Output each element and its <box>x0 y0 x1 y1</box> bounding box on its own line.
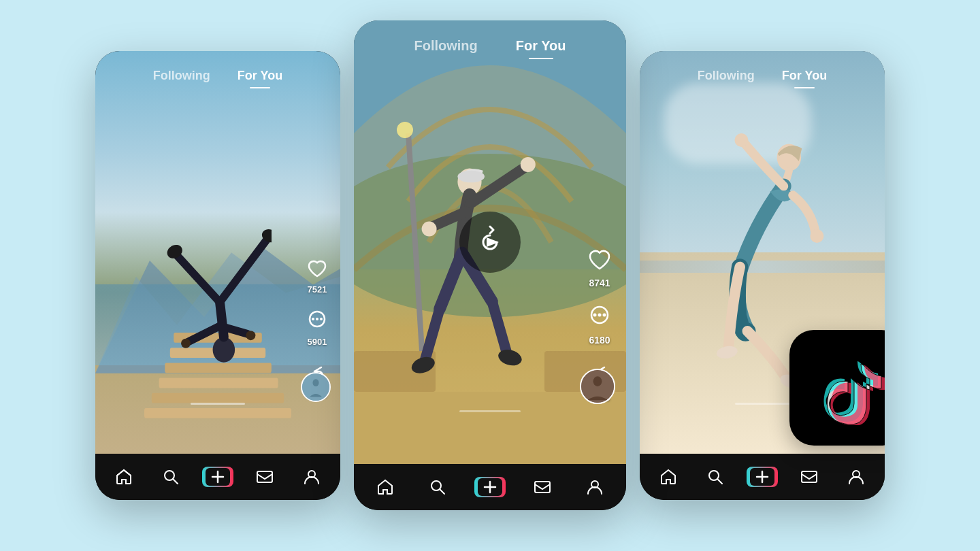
scroll-indicator-left <box>191 403 245 405</box>
bottom-nav-left <box>95 454 340 500</box>
nav-profile-right[interactable] <box>832 468 879 486</box>
svg-point-13 <box>246 331 255 340</box>
svg-line-47 <box>492 302 507 354</box>
svg-line-10 <box>189 326 220 341</box>
nav-inbox-left[interactable] <box>241 468 288 486</box>
tiktok-logo <box>789 330 885 446</box>
svg-point-64 <box>734 133 748 147</box>
svg-point-38 <box>457 171 485 183</box>
svg-rect-60 <box>535 482 550 492</box>
svg-point-51 <box>593 314 597 317</box>
svg-point-65 <box>810 229 823 243</box>
comment-count-left: 5901 <box>308 337 327 347</box>
like-count-left: 7521 <box>308 284 327 295</box>
video-area-center[interactable]: Following For You <box>354 20 626 464</box>
nav-tabs-center: Following For You <box>354 20 626 66</box>
like-action-center[interactable]: 8741 <box>584 244 615 288</box>
comment-count-center: 6180 <box>589 335 610 346</box>
svg-line-25 <box>173 479 178 484</box>
nav-plus-center[interactable] <box>464 477 517 497</box>
svg-rect-6 <box>152 393 284 403</box>
like-count-center: 8741 <box>589 278 610 288</box>
nav-home-center[interactable] <box>359 478 412 496</box>
nav-home-left[interactable] <box>101 468 148 486</box>
svg-point-42 <box>422 222 437 237</box>
breakdancer-figure <box>144 160 272 382</box>
svg-point-19 <box>312 318 314 320</box>
tab-foryou-left[interactable]: For You <box>224 65 296 87</box>
phone-center: Following For You <box>354 20 626 510</box>
comment-action-center[interactable]: 6180 <box>584 301 615 346</box>
nav-home-right[interactable] <box>645 468 692 486</box>
svg-point-55 <box>593 376 602 386</box>
phone-left: Following For You 7521 <box>95 51 340 500</box>
svg-point-21 <box>320 318 323 320</box>
nav-profile-center[interactable] <box>568 478 621 496</box>
svg-line-44 <box>425 310 440 362</box>
nav-search-center[interactable] <box>412 478 464 496</box>
tab-foryou-center[interactable]: For You <box>497 34 585 58</box>
svg-rect-7 <box>144 408 291 418</box>
phone-right: Following For You 4367 <box>640 51 885 500</box>
bottom-nav-center <box>354 464 626 510</box>
nav-tabs-right: Following For You <box>640 51 885 95</box>
nav-inbox-center[interactable] <box>516 478 568 496</box>
svg-line-71 <box>717 479 722 484</box>
nav-tabs-left: Following For You <box>95 51 340 95</box>
svg-rect-74 <box>802 471 817 482</box>
svg-line-9 <box>220 302 224 337</box>
tab-following-left[interactable]: Following <box>140 65 224 87</box>
svg-line-15 <box>220 239 267 302</box>
like-action-left[interactable]: 7521 <box>304 254 331 295</box>
tab-following-center[interactable]: Following <box>395 34 496 58</box>
nav-inbox-right[interactable] <box>785 468 832 486</box>
avatar-center <box>580 369 615 404</box>
svg-point-48 <box>497 348 524 368</box>
svg-point-52 <box>598 314 602 317</box>
svg-line-57 <box>440 489 444 494</box>
comment-action-left[interactable]: 5901 <box>304 307 331 347</box>
play-button-center[interactable] <box>459 212 521 273</box>
svg-point-40 <box>521 157 536 172</box>
svg-point-53 <box>603 314 606 317</box>
nav-profile-left[interactable] <box>288 468 335 486</box>
nav-plus-right[interactable] <box>739 467 786 487</box>
bottom-nav-right <box>640 454 885 500</box>
svg-line-14 <box>176 254 220 302</box>
tab-following-right[interactable]: Following <box>684 65 768 87</box>
svg-rect-28 <box>257 471 272 482</box>
phones-container: Following For You 7521 <box>95 41 885 510</box>
nav-search-right[interactable] <box>692 468 739 486</box>
video-area-left[interactable]: Following For You 7521 <box>95 51 340 454</box>
svg-point-23 <box>312 379 318 386</box>
svg-point-66 <box>715 344 738 360</box>
scroll-indicator-center <box>459 410 521 412</box>
tiktok-icon <box>810 350 885 425</box>
avatar-left <box>301 372 331 402</box>
tab-foryou-right[interactable]: For You <box>768 65 840 87</box>
svg-point-11 <box>181 339 191 348</box>
nav-plus-left[interactable] <box>195 467 242 487</box>
svg-point-20 <box>316 318 318 320</box>
nav-search-left[interactable] <box>148 468 195 486</box>
scroll-indicator-right <box>735 403 789 405</box>
